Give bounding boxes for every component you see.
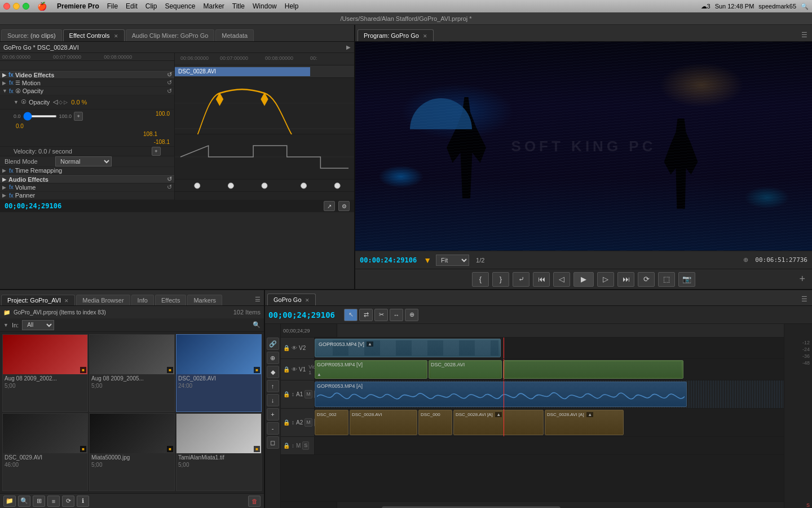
a2-clip-dsc28-a2[interactable]: DSC_0028.AVI [A] ▲ [545, 410, 624, 435]
lock-icon[interactable]: 🔒 [283, 345, 290, 351]
project-info-btn[interactable]: ℹ [77, 496, 89, 507]
audio-sync-icon-a2[interactable]: ↕ [292, 419, 294, 426]
blend-mode-select[interactable]: Normal Multiply Screen [55, 156, 112, 167]
v1-clip-gopro[interactable]: GOPR0053.MP4 [V] ▲ [315, 360, 427, 379]
a1-clip-gopro[interactable]: GOPR0053.MP4 [A] [315, 382, 687, 407]
metadata-tab[interactable]: Metadata [215, 29, 254, 41]
rewind-btn[interactable]: ⏮ [533, 272, 550, 287]
motion-row[interactable]: ▶ fx ☰ Motion ↺ [0, 79, 174, 87]
menu-edit[interactable]: Edit [126, 2, 138, 10]
zoom-select[interactable]: Fit 25% 50% 100% [436, 255, 469, 266]
in-select[interactable]: All Name [22, 320, 54, 330]
lock-icon-v1[interactable]: 🔒 [283, 366, 290, 373]
link-tool[interactable]: 🔗 [267, 338, 279, 350]
ffwd-btn[interactable]: ⏭ [617, 272, 634, 287]
audio-sync-icon-a1[interactable]: ↕ [292, 391, 294, 397]
a2-clip-dsc28-a[interactable]: DSC_0028.AVI [A] ▲ [453, 410, 544, 435]
v1-clip-dsc28[interactable]: DSC_0028.AVI [429, 360, 502, 379]
menu-window[interactable]: Window [253, 2, 277, 10]
project-tab[interactable]: Project: GoPro_AVI ✕ [1, 295, 75, 305]
project-icon-view-btn[interactable]: ⊞ [33, 496, 45, 507]
audio-icon-blank[interactable]: ↕ [292, 443, 294, 449]
source-tab[interactable]: Source: (no clips) [1, 29, 62, 41]
a2-clip-dsc000[interactable]: DSC_000 [418, 410, 452, 435]
ripple-edit-btn[interactable]: ⇄ [359, 309, 373, 321]
play-btn[interactable]: ▶ [573, 272, 594, 287]
snap-tool[interactable]: ⊕ [267, 352, 279, 364]
opacity-range-min[interactable] [23, 115, 57, 117]
menu-clip[interactable]: Clip [145, 2, 157, 10]
list-item[interactable]: ■ DSC_0028.AVI 24:00 [176, 334, 262, 412]
camera-btn[interactable]: 📷 [678, 272, 695, 287]
zoom-fit-btn[interactable]: ◻ [267, 436, 279, 449]
opacity-section-header[interactable]: ▼ fx ⦿ Opacity ↺ [0, 87, 174, 95]
search-icon[interactable]: 🔍 [253, 321, 261, 329]
insert-clip-btn[interactable]: ⤶ [513, 272, 529, 287]
zoom-in-btn[interactable]: + [267, 408, 279, 421]
timeline-panel-menu[interactable]: ☰ [801, 295, 812, 305]
step-fwd-btn[interactable]: ▷ [597, 272, 614, 287]
effects-tab[interactable]: Effects [155, 295, 186, 305]
add-marker[interactable]: ◆ [267, 366, 279, 378]
project-list-view-btn[interactable]: ≡ [47, 496, 60, 507]
program-tab[interactable]: Program: GoPro Go ✕ [358, 29, 434, 41]
audio-clip-mixer-tab[interactable]: Audio Clip Mixer: GoPro Go [126, 29, 215, 41]
menu-help[interactable]: Help [285, 2, 299, 10]
project-search-btn[interactable]: 🔍 [18, 496, 30, 507]
project-automate-btn[interactable]: ⟳ [62, 496, 74, 507]
minimize-button[interactable] [13, 3, 20, 10]
slip-tool-btn[interactable]: ↔ [390, 309, 403, 321]
effect-controls-tab[interactable]: Effect Controls ✕ [63, 29, 125, 41]
volume-row[interactable]: ▶ fx Volume ↺ [0, 183, 174, 191]
eye-icon-v1[interactable]: 👁 [292, 366, 297, 373]
fx-export-btn[interactable]: ↗ [324, 201, 335, 211]
close-button[interactable] [3, 3, 10, 10]
project-new-bin-btn[interactable]: 📁 [3, 496, 16, 507]
app-name[interactable]: Premiere Pro [57, 2, 99, 10]
lock-icon-a2[interactable]: 🔒 [283, 419, 290, 426]
a2-clip-dsc002[interactable]: DSC_002 [315, 410, 348, 435]
menu-sequence[interactable]: Sequence [165, 2, 195, 10]
mark-out-btn[interactable]: } [492, 272, 509, 287]
step-back-btn[interactable]: ◁ [553, 272, 570, 287]
list-item[interactable]: ■ TamiAlanMiata1.tif 5;00 [176, 413, 262, 491]
fx-settings-btn[interactable]: ⚙ [338, 201, 350, 211]
media-browser-tab[interactable]: Media Browser [76, 295, 130, 305]
list-item[interactable]: ■ Aug 08 2009_2005... 5;00 [89, 334, 175, 412]
mute-a1[interactable]: M [304, 390, 312, 398]
lock-icon-blank[interactable]: 🔒 [283, 443, 290, 449]
timeline-tab[interactable]: GoPro Go ✕ [267, 294, 316, 305]
program-panel-menu[interactable]: ☰ [801, 31, 812, 41]
project-delete-btn[interactable]: 🗑 [248, 496, 261, 507]
velocity-add-btn[interactable]: + [152, 147, 161, 156]
project-panel-menu[interactable]: ☰ [255, 296, 264, 305]
lock-icon-a1[interactable]: 🔒 [283, 391, 290, 397]
time-remapping-row[interactable]: ▶ fx Time Remapping [0, 167, 174, 175]
add-track-btn[interactable]: + [799, 273, 805, 285]
mark-in-btn[interactable]: { [472, 272, 489, 287]
a2-clip-dsc28-1[interactable]: DSC_0028.AVI [350, 410, 417, 435]
razor-tool-btn[interactable]: ✂ [374, 309, 388, 321]
window-controls[interactable] [3, 3, 29, 10]
selection-tool-btn[interactable]: ↖ [344, 309, 358, 321]
maximize-button[interactable] [23, 3, 29, 10]
v2-clip[interactable]: GOPR0053.MP4 [V] ▲ [315, 339, 501, 357]
menu-marker[interactable]: Marker [203, 2, 224, 10]
menu-file[interactable]: File [107, 2, 118, 10]
list-item[interactable]: ■ DSC_0029.AVI 46:00 [2, 413, 88, 491]
mute-a2[interactable]: M [304, 418, 312, 427]
opacity-add-btn[interactable]: + [74, 112, 83, 121]
search-icon[interactable]: 🔍 [801, 3, 809, 10]
zoom-tool-btn[interactable]: ⊕ [405, 309, 418, 321]
extract-btn[interactable]: ↓ [267, 394, 279, 406]
panner-row[interactable]: ▶ fx Panner [0, 192, 174, 200]
loop-btn[interactable]: ⟳ [638, 272, 655, 287]
eye-icon[interactable]: 👁 [292, 345, 297, 351]
apple-menu[interactable]: 🍎 [37, 2, 47, 11]
v1-clip-more[interactable] [503, 360, 683, 379]
list-item[interactable]: ■ Aug 08 2009_2002... 5;00 [2, 334, 88, 412]
zoom-icon[interactable]: ⊕ [743, 256, 748, 264]
info-tab[interactable]: Info [131, 295, 154, 305]
safe-margin-btn[interactable]: ⬚ [658, 272, 675, 287]
zoom-out-btn[interactable]: - [267, 422, 279, 435]
